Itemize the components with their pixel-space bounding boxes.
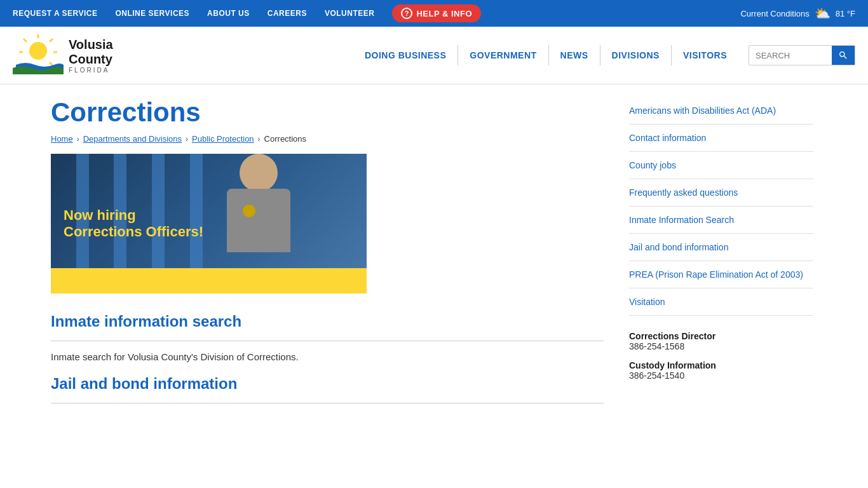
breadcrumb-public-protection[interactable]: Public Protection [192, 134, 254, 144]
sidebar-item-visitation: Visitation [629, 288, 813, 316]
section-title-jail[interactable]: Jail and bond information [51, 375, 604, 393]
online-services-link[interactable]: ONLINE SERVICES [115, 9, 189, 18]
site-header: Volusia County FLORIDA DOING BUSINESS GO… [0, 27, 868, 85]
sidebar-item-jail-bond: Jail and bond information [629, 234, 813, 261]
sidebar-item-county-jobs: County jobs [629, 152, 813, 179]
sidebar-link-inmate-search[interactable]: Inmate Information Search [629, 215, 734, 225]
breadcrumb-departments[interactable]: Departments and Divisions [83, 134, 182, 144]
sidebar-item-contact: Contact information [629, 125, 813, 152]
contact-phone-custody: 386-254-1540 [629, 370, 813, 381]
breadcrumb-sep-3: › [258, 135, 261, 144]
page-title: Corrections [51, 97, 604, 128]
svg-line-2 [50, 39, 53, 42]
logo-text: Volusia County FLORIDA [69, 37, 113, 74]
section-divider-1 [51, 341, 604, 341]
sidebar-link-prea[interactable]: PREA (Prison Rape Elimination Act of 200… [629, 269, 803, 280]
sidebar-link-faq[interactable]: Frequently asked questions [629, 187, 738, 198]
contact-item-custody: Custody Information 386-254-1540 [629, 360, 813, 381]
section-title-inmate[interactable]: Inmate information search [51, 313, 604, 330]
top-bar: REQUEST A SERVICE ONLINE SERVICES ABOUT … [0, 0, 868, 27]
svg-point-0 [29, 42, 47, 60]
top-bar-links: REQUEST A SERVICE ONLINE SERVICES ABOUT … [13, 4, 481, 22]
sidebar-item-inmate-search: Inmate Information Search [629, 207, 813, 234]
help-info-button[interactable]: ? HELP & INFO [392, 4, 481, 22]
svg-line-5 [24, 39, 27, 42]
main-content: Corrections Home › Departments and Divis… [51, 97, 604, 414]
hero-image: Now hiring Corrections Officers! [51, 154, 367, 294]
hero-line2: Corrections Officers! [64, 224, 203, 240]
main-nav: DOING BUSINESS GOVERNMENT NEWS DIVISIONS… [353, 45, 738, 65]
sidebar-link-visitation[interactable]: Visitation [629, 297, 665, 307]
nav-divisions[interactable]: DIVISIONS [600, 45, 672, 65]
sidebar-link-ada[interactable]: Americans with Disabilities Act (ADA) [629, 105, 776, 116]
contact-title-custody: Custody Information [629, 360, 813, 370]
sidebar-link-jail-bond[interactable]: Jail and bond information [629, 242, 728, 252]
logo[interactable]: Volusia County FLORIDA [13, 33, 113, 78]
nav-government[interactable]: GOVERNMENT [458, 45, 548, 65]
hero-text-overlay: Now hiring Corrections Officers! [64, 207, 203, 240]
sidebar-item-faq: Frequently asked questions [629, 179, 813, 207]
weather-label: Current Conditions [740, 9, 809, 18]
nav-visitors[interactable]: VISITORS [672, 45, 738, 65]
breadcrumb-home[interactable]: Home [51, 134, 73, 144]
sidebar-link-county-jobs[interactable]: County jobs [629, 160, 676, 170]
careers-link[interactable]: CAREERS [268, 9, 307, 18]
sidebar-nav: Americans with Disabilities Act (ADA) Co… [629, 97, 813, 316]
hero-bottom-bar [51, 268, 367, 294]
contact-item-director: Corrections Director 386-254-1568 [629, 331, 813, 351]
about-us-link[interactable]: ABOUT US [207, 9, 250, 18]
request-service-link[interactable]: REQUEST A SERVICE [13, 9, 97, 18]
contact-phone-director: 386-254-1568 [629, 341, 813, 351]
contact-title-director: Corrections Director [629, 331, 813, 341]
weather-widget: Current Conditions ⛅ 81 °F [740, 6, 855, 21]
officer-figure [201, 154, 316, 268]
search-area [749, 45, 855, 65]
section-text-inmate: Inmate search for Volusia County's Divis… [51, 351, 604, 362]
svg-line-4 [50, 62, 53, 65]
breadcrumb-current: Corrections [264, 134, 306, 144]
nav-news[interactable]: NEWS [549, 45, 600, 65]
breadcrumb: Home › Departments and Divisions › Publi… [51, 134, 604, 144]
weather-icon: ⛅ [815, 6, 831, 21]
section-divider-2 [51, 403, 604, 403]
hero-line1: Now hiring [64, 207, 203, 224]
search-icon [838, 50, 848, 60]
page-container: Corrections Home › Departments and Divis… [0, 85, 868, 439]
breadcrumb-sep-2: › [186, 135, 188, 144]
logo-graphic [13, 33, 64, 78]
search-button[interactable] [832, 46, 855, 65]
volunteer-link[interactable]: VOLUNTEER [325, 9, 375, 18]
temperature: 81 °F [836, 9, 855, 18]
search-input[interactable] [749, 47, 832, 64]
breadcrumb-sep-1: › [77, 135, 79, 144]
nav-doing-business[interactable]: DOING BUSINESS [353, 45, 458, 65]
sidebar-item-ada: Americans with Disabilities Act (ADA) [629, 97, 813, 125]
sidebar: Americans with Disabilities Act (ADA) Co… [629, 97, 813, 414]
sidebar-contact: Corrections Director 386-254-1568 Custod… [629, 331, 813, 381]
sidebar-item-prea: PREA (Prison Rape Elimination Act of 200… [629, 261, 813, 288]
sidebar-link-contact[interactable]: Contact information [629, 133, 706, 143]
help-icon: ? [401, 8, 412, 19]
